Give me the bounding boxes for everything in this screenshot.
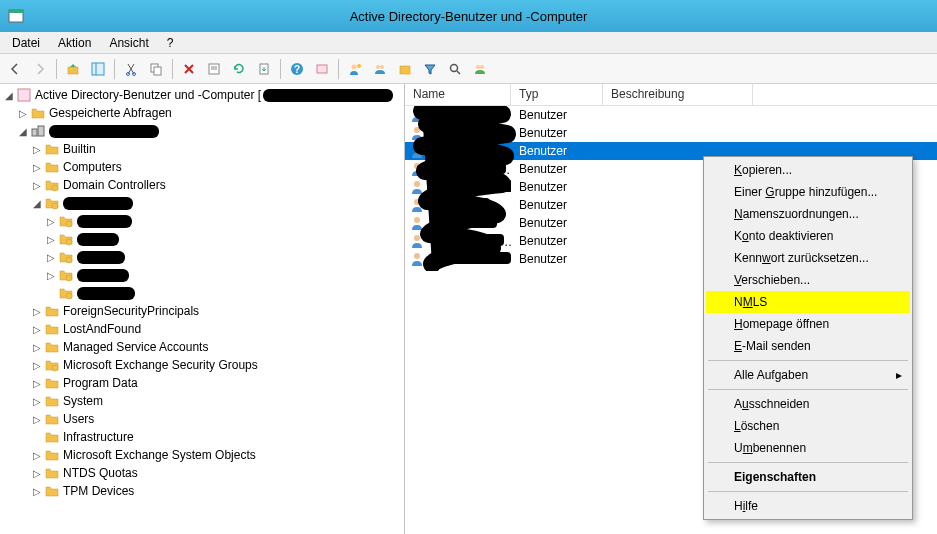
expand-icon[interactable]: ◢ <box>30 198 44 209</box>
tree-system[interactable]: ▷System <box>0 392 404 410</box>
expand-icon[interactable]: ◢ <box>2 90 16 101</box>
export-button[interactable] <box>253 58 275 80</box>
tree-sub-redacted[interactable] <box>0 284 404 302</box>
expand-icon[interactable]: ▷ <box>30 396 44 407</box>
tree-computers[interactable]: ▷Computers <box>0 158 404 176</box>
expand-icon[interactable]: ▷ <box>30 324 44 335</box>
new-group-button[interactable] <box>369 58 391 80</box>
menu-action[interactable]: Aktion <box>50 34 99 52</box>
svg-point-39 <box>414 145 420 151</box>
context-menu-item[interactable]: Hilfe <box>706 495 910 517</box>
context-menu-item[interactable]: NMLS <box>706 291 910 313</box>
expand-icon[interactable]: ▷ <box>30 468 44 479</box>
expand-icon[interactable]: ▷ <box>44 270 58 281</box>
expand-icon[interactable]: ▷ <box>30 486 44 497</box>
tree-meso[interactable]: ▷Microsoft Exchange System Objects <box>0 446 404 464</box>
list-row[interactable]: Benutzer <box>405 106 937 124</box>
context-menu-item[interactable]: Eigenschaften <box>706 466 910 488</box>
menu-view[interactable]: Ansicht <box>101 34 156 52</box>
context-menu-item[interactable]: Konto deaktivieren <box>706 225 910 247</box>
forward-button[interactable] <box>29 58 51 80</box>
help-button[interactable]: ? <box>286 58 308 80</box>
menu-file[interactable]: Datei <box>4 34 48 52</box>
context-menu-item[interactable]: Umbenennen <box>706 437 910 459</box>
tree-users[interactable]: ▷Users <box>0 410 404 428</box>
tree-infrastructure[interactable]: Infrastructure <box>0 428 404 446</box>
tree-sub-redacted[interactable]: ▷ <box>0 230 404 248</box>
context-menu-item[interactable]: Verschieben... <box>706 269 910 291</box>
folder-icon <box>44 303 60 319</box>
expand-icon[interactable]: ▷ <box>30 144 44 155</box>
tree-root-label: Active Directory-Benutzer und -Computer … <box>35 88 261 102</box>
tree-root[interactable]: ◢ Active Directory-Benutzer und -Compute… <box>0 86 404 104</box>
copy-button[interactable] <box>145 58 167 80</box>
context-menu-item[interactable]: Alle Aufgaben▸ <box>706 364 910 386</box>
filter-button[interactable] <box>419 58 441 80</box>
find-button[interactable] <box>311 58 333 80</box>
context-menu-item[interactable]: Kopieren... <box>706 159 910 181</box>
list-pane: Name Typ Beschreibung BenutzerBenutzerBe… <box>405 84 937 534</box>
expand-icon[interactable]: ▷ <box>44 252 58 263</box>
expand-icon[interactable]: ▷ <box>44 216 58 227</box>
tree-mesg[interactable]: ▷Microsoft Exchange Security Groups <box>0 356 404 374</box>
tree-label: Builtin <box>63 142 96 156</box>
tree-msa[interactable]: ▷Managed Service Accounts <box>0 338 404 356</box>
redacted-text <box>77 233 119 246</box>
column-name[interactable]: Name <box>405 84 511 105</box>
back-button[interactable] <box>4 58 26 80</box>
list-row[interactable]: Benutzer <box>405 124 937 142</box>
context-menu-item[interactable]: Ausschneiden <box>706 393 910 415</box>
expand-icon[interactable]: ▷ <box>30 180 44 191</box>
expand-icon[interactable]: ▷ <box>16 108 30 119</box>
tree-tpm[interactable]: ▷TPM Devices <box>0 482 404 500</box>
expand-icon[interactable]: ◢ <box>16 126 30 137</box>
context-menu-item[interactable]: E-Mail senden <box>706 335 910 357</box>
context-menu-item[interactable]: Löschen <box>706 415 910 437</box>
tree-lostandfound[interactable]: ▷LostAndFound <box>0 320 404 338</box>
cell-type: Benutzer <box>511 180 603 194</box>
context-menu-item[interactable]: Homepage öffnen <box>706 313 910 335</box>
tree-domain[interactable]: ◢ <box>0 122 404 140</box>
tree-saved-queries[interactable]: ▷ Gespeicherte Abfragen <box>0 104 404 122</box>
context-menu-item[interactable]: Einer Gruppe hinzufügen... <box>706 181 910 203</box>
expand-icon[interactable]: ▷ <box>30 162 44 173</box>
delete-button[interactable] <box>178 58 200 80</box>
context-menu-item[interactable]: Kennwort zurücksetzen... <box>706 247 910 269</box>
menu-separator <box>708 360 908 361</box>
redacted-text <box>77 251 125 264</box>
cut-button[interactable] <box>120 58 142 80</box>
tree-ou-redacted[interactable]: ◢ <box>0 194 404 212</box>
expand-icon[interactable]: ▷ <box>30 306 44 317</box>
menu-help[interactable]: ? <box>159 34 182 52</box>
tree-builtin[interactable]: ▷Builtin <box>0 140 404 158</box>
expand-icon[interactable]: ▷ <box>30 450 44 461</box>
new-user-button[interactable] <box>344 58 366 80</box>
menubar: Datei Aktion Ansicht ? <box>0 32 937 54</box>
tree-program-data[interactable]: ▷Program Data <box>0 374 404 392</box>
column-type[interactable]: Typ <box>511 84 603 105</box>
expand-icon[interactable]: ▷ <box>30 414 44 425</box>
refresh-button[interactable] <box>228 58 250 80</box>
tree-sub-redacted[interactable]: ▷ <box>0 248 404 266</box>
expand-icon[interactable]: ▷ <box>30 342 44 353</box>
new-ou-button[interactable] <box>394 58 416 80</box>
search-button[interactable] <box>444 58 466 80</box>
tree-domain-controllers[interactable]: ▷Domain Controllers <box>0 176 404 194</box>
tree-sub-redacted[interactable]: ▷ <box>0 266 404 284</box>
add-to-group-button[interactable] <box>469 58 491 80</box>
expand-icon[interactable]: ▷ <box>30 360 44 371</box>
expand-icon[interactable]: ▷ <box>44 234 58 245</box>
properties-button[interactable] <box>203 58 225 80</box>
show-hide-tree-button[interactable] <box>87 58 109 80</box>
context-menu-item[interactable]: Namenszuordnungen... <box>706 203 910 225</box>
tree-fsp[interactable]: ▷ForeignSecurityPrincipals <box>0 302 404 320</box>
tree-ntds[interactable]: ▷NTDS Quotas <box>0 464 404 482</box>
user-icon <box>409 197 425 213</box>
tree-pane[interactable]: ◢ Active Directory-Benutzer und -Compute… <box>0 84 405 534</box>
expand-icon[interactable]: ▷ <box>30 378 44 389</box>
user-icon <box>409 233 425 249</box>
up-button[interactable] <box>62 58 84 80</box>
user-icon <box>409 179 425 195</box>
tree-sub-redacted[interactable]: ▷ <box>0 212 404 230</box>
column-description[interactable]: Beschreibung <box>603 84 753 105</box>
